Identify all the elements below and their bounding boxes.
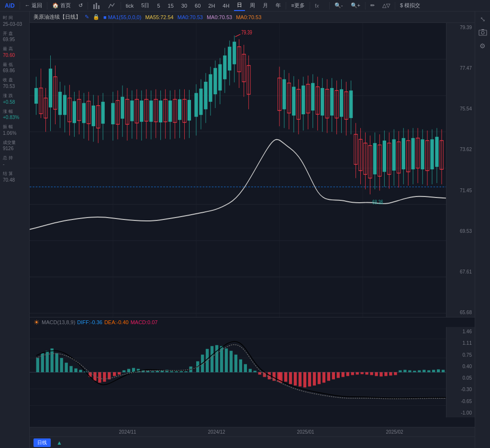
svg-rect-56	[130, 100, 134, 121]
sidebar-settlement: 结 算 70.48	[0, 169, 29, 185]
svg-rect-249	[360, 372, 363, 374]
macd-chart-svg	[30, 327, 446, 417]
svg-rect-212	[185, 372, 188, 372]
price-label-4: 73.62	[447, 147, 474, 152]
separator	[88, 2, 88, 10]
svg-rect-187	[65, 363, 67, 372]
svg-rect-24	[49, 69, 52, 108]
5m-button[interactable]: 5	[154, 0, 163, 11]
separator	[329, 2, 330, 10]
svg-rect-269	[481, 29, 484, 30]
high-price-annotation: 79.39	[241, 29, 252, 35]
fullscreen-button[interactable]: ⤡	[476, 13, 490, 25]
svg-rect-46	[101, 102, 105, 124]
day-button[interactable]: 日	[234, 0, 245, 11]
zoom-out-button[interactable]: 🔍-	[332, 0, 346, 11]
60m-button[interactable]: 60	[192, 0, 203, 11]
lock-icon[interactable]: 🔒	[93, 14, 100, 20]
separator	[395, 2, 395, 10]
screenshot-button[interactable]	[476, 27, 490, 38]
svg-rect-222	[234, 355, 237, 372]
tick-button[interactable]: tick	[123, 0, 137, 11]
2h-button[interactable]: 2H	[205, 0, 218, 11]
svg-rect-158	[402, 138, 405, 169]
svg-rect-136	[349, 90, 353, 118]
date-label-jan: 2025/01	[297, 429, 314, 435]
settings-button[interactable]: ⚙	[476, 40, 490, 52]
macd-header: ☀ MACD(13,8,9) DIFF:-0.36 DEA:-0.40 MACD…	[30, 317, 475, 327]
arrows-button[interactable]: △▽	[379, 0, 393, 11]
svg-rect-120	[311, 83, 314, 111]
svg-rect-181	[36, 358, 39, 372]
low-price-annotation: 68.36	[372, 199, 383, 206]
candle-chart[interactable]: 79.39 68.36 79.39 77.47 75.54 73.62 71.4…	[30, 23, 475, 317]
sidebar-low: 最 低 69.86	[0, 60, 29, 76]
edit-icon[interactable]: ✎	[85, 14, 89, 20]
svg-rect-84	[199, 88, 202, 115]
fx-button[interactable]: fx	[312, 0, 327, 11]
separator	[47, 2, 47, 10]
expand-arrow[interactable]: ▲	[53, 438, 66, 447]
svg-rect-267	[479, 30, 487, 35]
bar-chart-button[interactable]	[90, 0, 103, 11]
sidebar-time: 时 间 25-03-03	[0, 13, 29, 29]
svg-rect-76	[178, 99, 181, 120]
15m-button[interactable]: 15	[165, 0, 177, 11]
svg-rect-198	[118, 372, 121, 375]
line-chart-button[interactable]	[105, 0, 119, 11]
macd-label-1: 1.46	[447, 329, 474, 334]
zoom-in-button[interactable]: 🔍+	[348, 0, 363, 11]
macd-label-3: 0.75	[447, 352, 474, 358]
chart-header: 美原油连续【日线】 ✎ 🔒 ■ MA1(55,0,0,0) MA55:72.54…	[30, 11, 475, 23]
svg-rect-1	[96, 3, 97, 9]
svg-rect-42	[92, 106, 95, 126]
price-label-2: 77.47	[447, 66, 474, 71]
grid-lines	[30, 59, 446, 313]
macd-dea-label: DEA:-0.40	[104, 319, 129, 325]
svg-rect-30	[63, 95, 67, 115]
svg-rect-218	[215, 345, 218, 372]
svg-rect-189	[74, 369, 77, 372]
simulate-button[interactable]: $ 模拟交	[397, 0, 423, 11]
daily-tab[interactable]: 日线	[33, 438, 51, 447]
svg-rect-257	[399, 371, 401, 372]
svg-rect-150	[383, 141, 386, 172]
ma0a-label: MA0:70.53	[178, 14, 203, 20]
macd-label-7: -0.65	[447, 399, 474, 404]
svg-rect-170	[430, 139, 434, 169]
svg-rect-190	[79, 370, 82, 372]
back-button[interactable]: ← 返回	[22, 0, 45, 11]
svg-rect-246	[346, 372, 349, 376]
macd-value-label: MACD:0.07	[131, 319, 158, 325]
30m-button[interactable]: 30	[178, 0, 190, 11]
week-button[interactable]: 周	[247, 0, 258, 11]
svg-rect-197	[113, 372, 116, 376]
svg-rect-116	[301, 86, 305, 114]
macd-title: MACD(13,8,9)	[42, 319, 75, 325]
svg-rect-265	[437, 370, 440, 372]
ma55-label: MA55:72.54	[145, 14, 173, 20]
svg-rect-199	[122, 371, 125, 372]
svg-rect-240	[318, 372, 321, 384]
ma0b-label: MA0:70.53	[207, 14, 232, 20]
year-button[interactable]: 年	[273, 0, 284, 11]
refresh-button[interactable]: ↺	[76, 0, 86, 11]
svg-rect-18	[34, 88, 38, 104]
svg-rect-132	[340, 89, 343, 117]
month-button[interactable]: 月	[260, 0, 271, 11]
bottom-bar: 日线 ▲	[30, 437, 475, 448]
5d-button[interactable]: 5日	[138, 0, 152, 11]
home-button[interactable]: 🏠 首页	[49, 0, 74, 11]
svg-rect-263	[427, 371, 430, 372]
macd-sun-icon[interactable]: ☀	[33, 318, 40, 326]
separator	[365, 2, 366, 10]
svg-rect-52	[121, 97, 124, 119]
main-layout: 时 间 25-03-03 开 盘 69.95 最 高 70.60 最 低 69.…	[0, 11, 490, 448]
svg-rect-185	[55, 353, 58, 372]
4h-button[interactable]: 4H	[220, 0, 232, 11]
svg-rect-225	[249, 369, 252, 372]
more-button[interactable]: ≡更多	[288, 0, 307, 11]
draw-button[interactable]: ✏	[368, 0, 378, 11]
sidebar-change-pct: 涨 幅 +0.83%	[0, 107, 29, 123]
svg-rect-252	[375, 372, 378, 376]
